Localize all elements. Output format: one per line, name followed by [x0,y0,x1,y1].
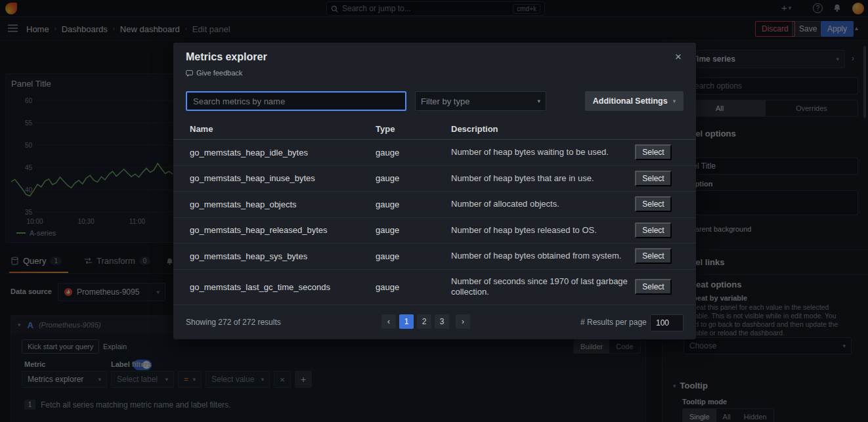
column-name: Name [190,124,376,134]
metric-type: gauge [376,251,451,261]
results-per-page-label: # Results per page [580,318,647,327]
table-row: go_memstats_heap_inuse_bytes gauge Numbe… [173,166,696,192]
metric-type: gauge [376,225,451,235]
metric-description: Number of seconds since 1970 of last gar… [451,276,628,297]
table-row: go_memstats_heap_idle_bytes gauge Number… [173,140,696,166]
page-button-2[interactable]: 2 [417,314,431,329]
select-metric-button[interactable]: Select [635,248,672,264]
comment-icon [186,70,193,77]
metric-description: Number of heap bytes obtained from syste… [451,251,628,261]
next-page-button[interactable]: › [456,314,470,329]
select-metric-button[interactable]: Select [635,171,672,186]
table-row: go_memstats_last_gc_time_seconds gauge N… [173,270,696,305]
metrics-table-body: go_memstats_heap_idle_bytes gauge Number… [173,140,696,305]
type-filter-placeholder: Filter by type [421,96,469,106]
column-type: Type [376,124,451,134]
additional-settings-button[interactable]: Additional Settings ▾ [585,91,684,111]
page-button-1[interactable]: 1 [399,314,414,329]
table-row: go_memstats_heap_objects gauge Number of… [173,192,696,218]
table-row: go_memstats_heap_released_bytes gauge Nu… [173,218,696,244]
page-button-3[interactable]: 3 [435,314,449,329]
metrics-search-input[interactable] [186,91,406,111]
select-metric-button[interactable]: Select [635,144,672,160]
metric-type: gauge [376,282,451,292]
metric-type: gauge [376,173,451,183]
metrics-table-header: Name Type Description [173,119,696,140]
close-icon[interactable]: × [675,51,682,64]
give-feedback-link[interactable]: Give feedback [186,69,242,77]
chevron-down-icon: ▾ [673,98,676,104]
results-summary: Showing 272 of 272 results [186,318,281,327]
results-per-page-input[interactable] [650,314,684,331]
metric-description: Number of heap bytes released to OS. [451,225,628,236]
metric-description: Number of allocated objects. [451,199,628,209]
select-metric-button[interactable]: Select [635,279,672,295]
additional-settings-label: Additional Settings [593,96,668,106]
metric-name: go_memstats_heap_objects [190,200,376,209]
select-metric-button[interactable]: Select [635,196,672,212]
metric-description: Number of heap bytes waiting to be used. [451,147,628,158]
metric-name: go_memstats_heap_released_bytes [190,225,376,235]
chevron-down-icon: ▾ [533,98,540,104]
give-feedback-label: Give feedback [196,69,242,77]
metric-name: go_memstats_last_gc_time_seconds [190,282,376,292]
metrics-explorer-modal: Metrics explorer × Give feedback Filter … [173,43,696,339]
table-row: go_memstats_heap_sys_bytes gauge Number … [173,243,696,270]
metric-name: go_memstats_heap_idle_bytes [190,148,376,158]
column-description: Description [451,124,628,135]
metric-type: gauge [376,148,451,158]
select-metric-button[interactable]: Select [635,222,672,238]
metric-description: Number of heap bytes that are in use. [451,173,628,184]
metric-name: go_memstats_heap_sys_bytes [190,251,376,261]
previous-page-button[interactable]: ‹ [381,314,396,329]
type-filter-select[interactable]: Filter by type ▾ [415,91,546,111]
pagination: ‹ 1 2 3 › [381,314,473,329]
metric-name: go_memstats_heap_inuse_bytes [190,173,376,183]
metric-type: gauge [376,200,451,209]
modal-title: Metrics explorer [186,51,267,63]
